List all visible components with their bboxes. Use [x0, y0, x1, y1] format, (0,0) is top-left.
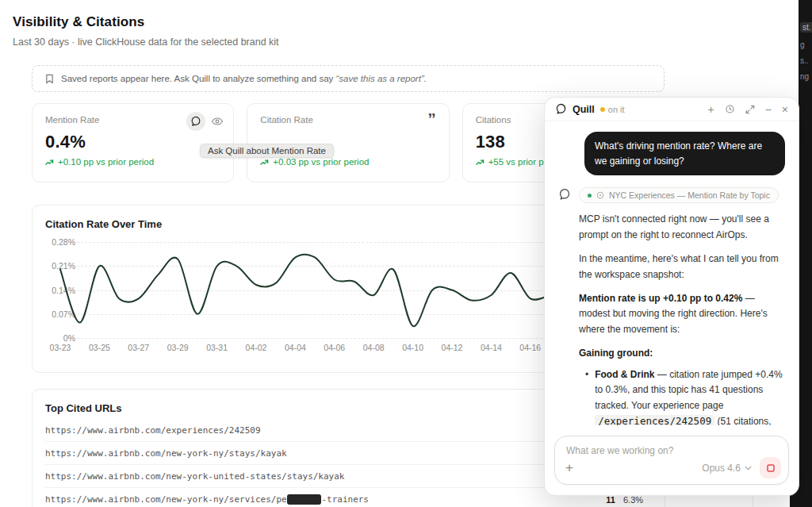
quill-logo-icon: [555, 103, 567, 115]
new-chat-button[interactable]: +: [707, 104, 714, 115]
status-dot: [600, 107, 605, 112]
metric-value: 0.4%: [45, 132, 220, 153]
strip-menu-item[interactable]: s..: [800, 56, 809, 65]
saved-reports-banner: Saved reports appear here. Ask Quill to …: [32, 65, 665, 92]
bullet-icon: •: [579, 367, 588, 425]
trend-up-icon: [45, 158, 54, 167]
target-icon: [596, 191, 604, 199]
chat-input-container: + Opus 4.6: [554, 436, 789, 485]
quill-bubble-icon: [190, 116, 201, 127]
strip-menu-item[interactable]: st.: [800, 22, 812, 33]
chevron-down-icon: [745, 466, 752, 471]
banner-text: Saved reports appear here. Ask Quill to …: [61, 74, 427, 83]
attach-button[interactable]: +: [565, 461, 573, 474]
green-dot-icon: [588, 194, 592, 198]
chat-messages: What's driving mention rate? Where are w…: [545, 122, 799, 425]
trend-up-icon: [260, 158, 269, 167]
quill-avatar-icon: [558, 188, 571, 425]
strip-menu-item[interactable]: ng: [800, 72, 809, 81]
metric-delta: +0.10 pp vs prior period: [45, 157, 220, 167]
cited-url-link[interactable]: https://www.airbnb.com/experiences/24250…: [45, 419, 584, 441]
status-badge: on it: [600, 105, 625, 114]
assistant-paragraph: In the meantime, here's what I can tell …: [579, 252, 785, 282]
assistant-bullet: • Food & Drink — citation rate jumped +0…: [579, 367, 785, 425]
ask-quill-button[interactable]: [186, 112, 205, 131]
cited-url-link[interactable]: https://www.airbnb.com/new-york-ny/stays…: [45, 442, 584, 464]
assistant-paragraph: Mention rate is up +0.10 pp to 0.42% — m…: [579, 291, 785, 337]
expand-icon[interactable]: [745, 105, 755, 114]
assistant-paragraph: MCP isn't connected right now — you'll s…: [579, 212, 785, 243]
assistant-message: NYC Experiences — Mention Rate by Topic …: [558, 187, 785, 425]
page-subtitle: Last 30 days · live ClickHouse data for …: [13, 36, 279, 48]
metric-label: Citation Rate: [260, 115, 435, 125]
user-message: What's driving mention rate? Where are w…: [584, 132, 785, 175]
chat-header: Quill on it + − ×: [545, 98, 799, 121]
minimize-button[interactable]: −: [765, 104, 772, 115]
redacted-text: rsonal: [287, 494, 322, 505]
strip-menu-item[interactable]: g: [800, 40, 805, 49]
ask-quill-tooltip: Ask Quill about Mention Rate: [200, 144, 334, 158]
stop-button[interactable]: [760, 457, 781, 478]
context-chip[interactable]: NYC Experiences — Mention Rate by Topic: [579, 187, 779, 203]
metric-card-mention-rate: Mention Rate 0.4% +0.10 pp vs prior peri…: [32, 103, 234, 182]
bookmark-icon: [45, 74, 54, 84]
model-selector[interactable]: Opus 4.6: [702, 463, 752, 474]
chart-line-svg: [45, 240, 569, 355]
cited-url-link[interactable]: https://www.airbnb.com/new-york-ny/servi…: [45, 488, 584, 507]
banner-quote: “save this as a report”.: [336, 74, 427, 83]
chat-title: Quill: [573, 104, 595, 115]
history-icon[interactable]: [725, 104, 735, 114]
metric-delta: +0.03 pp vs prior period: [260, 157, 435, 167]
trend-up-icon: [476, 158, 485, 167]
experience-page-chip[interactable]: /experiences/242509: [595, 415, 714, 425]
chat-input[interactable]: [555, 436, 788, 456]
quill-chat-panel: Quill on it + − × What's driving mention…: [544, 97, 799, 496]
cited-url-link[interactable]: https://www.airbnb.com/new-york-united-s…: [45, 465, 584, 487]
right-edge-panel: st. g s.. ng: [799, 0, 812, 507]
eye-icon[interactable]: [211, 115, 224, 128]
close-button[interactable]: ×: [782, 104, 788, 115]
metric-card-citation-rate: Citation Rate ” +0.03 pp vs prior period: [247, 103, 449, 182]
stop-square-icon: [766, 463, 776, 473]
assistant-paragraph: Gaining ground:: [579, 346, 785, 361]
quote-icon: ”: [427, 113, 436, 125]
page-title: Visibility & Citations: [13, 14, 144, 30]
